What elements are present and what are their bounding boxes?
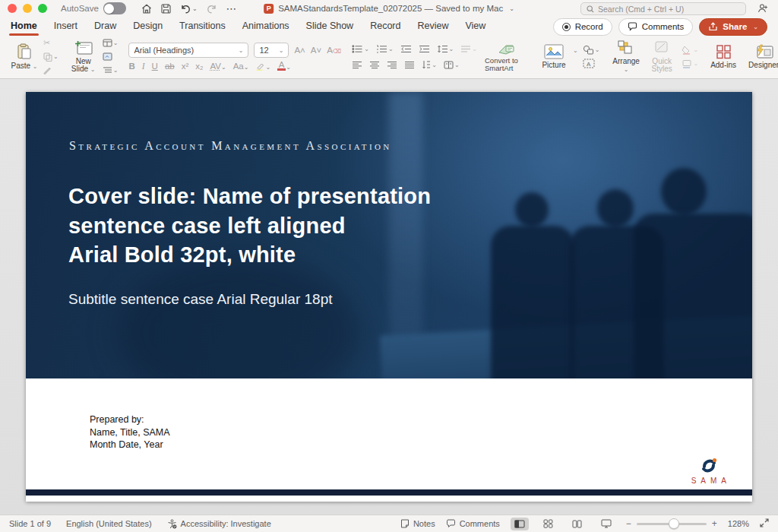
- clipboard-group: Paste ⌄ ✂ ⌄: [5, 38, 64, 75]
- section-icon[interactable]: ⌄: [103, 65, 119, 76]
- decrease-indent-icon[interactable]: [400, 43, 412, 55]
- align-text-icon[interactable]: ⌄: [422, 59, 437, 71]
- new-slide-button[interactable]: New Slide ⌄: [69, 40, 98, 74]
- slide-subtitle[interactable]: Subtitle sentence case Arial Regular 18p…: [68, 291, 333, 308]
- justify-icon[interactable]: [404, 59, 415, 71]
- tab-animations[interactable]: Animations: [242, 17, 289, 36]
- tab-review[interactable]: Review: [417, 17, 448, 36]
- font-size-select[interactable]: 12⌄: [254, 43, 289, 58]
- expand-icon: [760, 518, 769, 527]
- align-center-icon[interactable]: [369, 59, 380, 71]
- home-icon[interactable]: [141, 4, 152, 14]
- shape-fill-icon[interactable]: ⌄: [682, 44, 698, 55]
- superscript-button[interactable]: x²: [182, 62, 189, 71]
- fit-to-window-button[interactable]: [760, 518, 769, 529]
- accessibility-status[interactable]: Accessibility: Investigate: [167, 519, 271, 529]
- chevron-down-icon[interactable]: ⌄: [192, 5, 198, 12]
- tab-transitions[interactable]: Transitions: [179, 17, 226, 36]
- font-color-button[interactable]: A⌄: [277, 62, 291, 71]
- zoom-window-button[interactable]: [38, 4, 47, 13]
- slide-1[interactable]: Strategic Account Management Association…: [26, 92, 752, 502]
- prepared-by-block[interactable]: Prepared by: Name, Title, SAMA Month Dat…: [90, 413, 170, 451]
- normal-view-button[interactable]: [511, 518, 529, 530]
- sama-logo-text: SAMA: [688, 477, 731, 485]
- cut-icon[interactable]: ✂: [43, 37, 59, 49]
- format-painter-icon[interactable]: [43, 65, 59, 76]
- slide-sorter-view-button[interactable]: [539, 518, 558, 530]
- zoom-level[interactable]: 128%: [728, 519, 749, 528]
- align-left-icon[interactable]: [352, 59, 362, 71]
- text-direction-icon[interactable]: ⌄: [460, 43, 477, 55]
- bold-button[interactable]: B: [128, 62, 134, 71]
- add-ins-icon: [716, 44, 732, 59]
- increase-indent-icon[interactable]: [419, 43, 430, 55]
- strikethrough-button[interactable]: ab: [165, 62, 175, 71]
- zoom-in-button[interactable]: +: [712, 518, 717, 529]
- shape-outline-icon[interactable]: ⌄: [682, 58, 698, 69]
- zoom-slider-knob[interactable]: [669, 518, 679, 529]
- minimize-window-button[interactable]: [23, 4, 32, 13]
- search-input[interactable]: Search (Cmd + Ctrl + U): [580, 2, 746, 15]
- character-spacing-button[interactable]: AV⌄: [210, 62, 226, 71]
- comments-panel-button[interactable]: Comments: [446, 519, 500, 528]
- zoom-out-button[interactable]: −: [626, 518, 631, 529]
- share-people-icon[interactable]: [757, 3, 769, 17]
- more-commands-icon[interactable]: ⋯: [226, 2, 238, 14]
- record-button[interactable]: Record: [553, 18, 612, 36]
- line-spacing-icon[interactable]: ⌄: [437, 43, 454, 55]
- designer-button[interactable]: Designer: [748, 44, 778, 69]
- save-icon[interactable]: [161, 4, 171, 14]
- align-right-icon[interactable]: [387, 59, 397, 71]
- change-case-button[interactable]: Aa⌄: [233, 62, 249, 71]
- document-title[interactable]: P SAMAStandardsTemplate_02072025 — Saved…: [264, 4, 514, 14]
- language-selector[interactable]: English (United States): [66, 519, 152, 528]
- sama-logo: SAMA: [688, 457, 731, 485]
- slide-canvas[interactable]: Strategic Account Management Association…: [0, 79, 778, 515]
- close-window-button[interactable]: [8, 4, 17, 13]
- arrange-icon: [618, 40, 634, 55]
- tab-record[interactable]: Record: [370, 17, 400, 36]
- tab-home[interactable]: Home: [11, 17, 37, 36]
- copy-icon[interactable]: ⌄: [43, 51, 59, 62]
- autosave-toggle[interactable]: [103, 2, 126, 14]
- text-highlight-button[interactable]: ⌄: [255, 62, 270, 71]
- slide-counter[interactable]: Slide 1 of 9: [9, 519, 51, 528]
- arrange-button[interactable]: Arrange ⌄: [610, 40, 641, 74]
- comments-button[interactable]: Comments: [618, 18, 694, 36]
- share-button[interactable]: Share ⌄: [699, 18, 767, 36]
- quick-styles-button[interactable]: Quick Styles: [647, 40, 678, 73]
- chevron-down-icon: ⌄: [753, 24, 758, 30]
- tab-insert[interactable]: Insert: [54, 17, 77, 36]
- bullets-icon[interactable]: ⌄: [352, 43, 369, 55]
- tab-draw[interactable]: Draw: [94, 17, 116, 36]
- shrink-font-button[interactable]: A˅: [311, 46, 321, 55]
- grow-font-button[interactable]: A˄: [294, 46, 305, 55]
- columns-icon[interactable]: ⌄: [444, 59, 460, 71]
- tab-slide-show[interactable]: Slide Show: [306, 17, 354, 36]
- paste-button[interactable]: Paste ⌄: [10, 43, 39, 71]
- chevron-down-icon[interactable]: ⌄: [573, 47, 578, 54]
- clear-formatting-button[interactable]: A⌫: [327, 46, 341, 55]
- slideshow-view-button[interactable]: [597, 518, 615, 530]
- italic-button[interactable]: I: [142, 62, 145, 71]
- tab-design[interactable]: Design: [133, 17, 163, 36]
- slide-layout-icon[interactable]: ⌄: [103, 37, 119, 49]
- notes-icon: [400, 519, 410, 528]
- undo-icon[interactable]: ⌄: [180, 4, 198, 14]
- picture-button[interactable]: Picture: [539, 44, 568, 69]
- subscript-button[interactable]: x₂: [195, 62, 203, 71]
- add-ins-button[interactable]: Add-ins: [709, 44, 738, 69]
- underline-button[interactable]: U: [152, 62, 158, 71]
- notes-button[interactable]: Notes: [400, 519, 435, 528]
- tab-view[interactable]: View: [465, 17, 485, 36]
- zoom-slider[interactable]: [637, 523, 707, 525]
- convert-to-smartart-button[interactable]: Convert to SmartArt: [485, 42, 529, 72]
- shapes-icon[interactable]: ⌄: [583, 44, 600, 55]
- font-name-select[interactable]: Arial (Headings)⌄: [128, 43, 248, 58]
- reading-view-button[interactable]: [568, 518, 587, 530]
- text-box-icon[interactable]: A: [583, 58, 600, 69]
- reset-slide-icon[interactable]: [103, 51, 119, 62]
- slide-title[interactable]: Cover slide: Name of presentation senten…: [68, 182, 431, 270]
- numbering-icon[interactable]: ⌄: [376, 43, 394, 55]
- slide-eyebrow[interactable]: Strategic Account Management Association: [69, 139, 392, 153]
